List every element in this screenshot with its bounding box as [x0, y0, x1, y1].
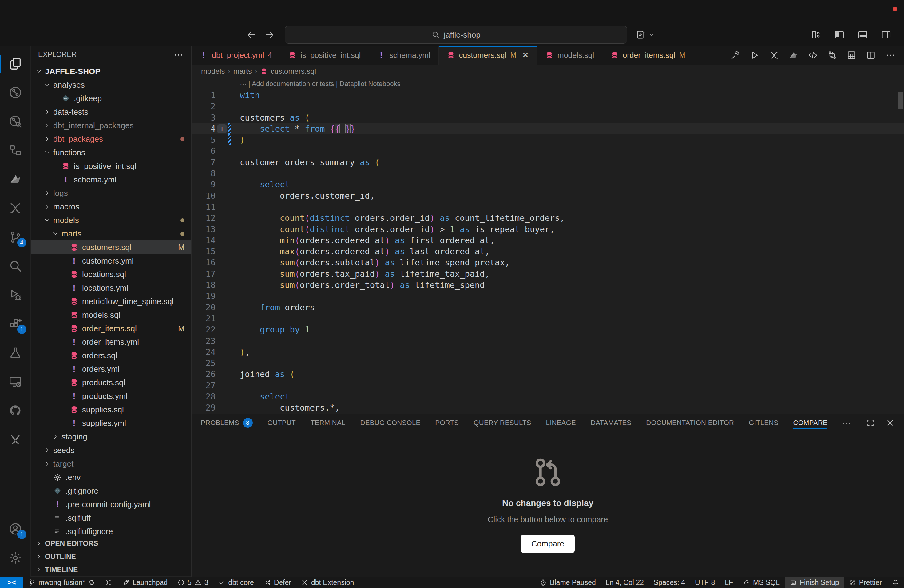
tree-item-metricflow-time-spine-sql[interactable]: metricflow_time_spine.sql	[31, 295, 191, 308]
activity-bar-item-dbt-power-user[interactable]	[0, 194, 31, 223]
split-editor-icon[interactable]	[866, 50, 876, 60]
code-line-3[interactable]: 3customers as (	[191, 112, 904, 123]
tree-item-functions[interactable]: functions	[31, 146, 191, 159]
status-branch[interactable]: mwong-fusion*	[24, 577, 100, 588]
panel-more-tabs-icon[interactable]: ⋯	[842, 418, 851, 428]
panel-tab-compare[interactable]: COMPARE	[793, 414, 827, 432]
panel-tab-output[interactable]: OUTPUT	[267, 414, 296, 432]
activity-bar-item-flowchart[interactable]	[0, 136, 31, 165]
code-line-13[interactable]: 13 count(distinct orders.order_id) > 1 a…	[191, 224, 904, 235]
add-comment-plus-button[interactable]: +	[217, 124, 227, 133]
code-line-8[interactable]: 8	[191, 168, 904, 179]
tree-item--sqlfluff[interactable]: .sqlfluff	[31, 511, 191, 525]
code-line-22[interactable]: 22 group by 1	[191, 324, 904, 335]
code-line-16[interactable]: 16 sum(orders.subtotal) as lifetime_spen…	[191, 257, 904, 268]
close-panel-icon[interactable]	[885, 418, 895, 427]
status-cursor-position[interactable]: Ln 4, Col 22	[601, 577, 649, 588]
tab-is-positive-int-sql[interactable]: is_positive_int.sql	[280, 46, 369, 65]
status-dbt-extension[interactable]: dbt Extension	[296, 577, 359, 588]
status-defer[interactable]: Defer	[259, 577, 296, 588]
tree-item-customers-yml[interactable]: !customers.yml	[31, 254, 191, 267]
git-compare-icon[interactable]	[827, 50, 837, 60]
panel-tab-terminal[interactable]: TERMINAL	[311, 414, 346, 432]
git-modified-gutter[interactable]	[228, 123, 231, 134]
code-line-20[interactable]: 20 from orders	[191, 302, 904, 313]
code-line-23[interactable]: 23	[191, 335, 904, 346]
tree-item-is-positive-int-sql[interactable]: is_positive_int.sql	[31, 159, 191, 173]
build-hammer-icon[interactable]	[730, 50, 740, 60]
sidebar-section-outline[interactable]: OUTLINE	[31, 550, 191, 563]
tree-item--pre-commit-config-yaml[interactable]: !.pre-commit-config.yaml	[31, 498, 191, 511]
tree-item-supplies-yml[interactable]: !supplies.yml	[31, 416, 191, 430]
code-line-2[interactable]: 2	[191, 101, 904, 112]
code-line-17[interactable]: 17 sum(orders.tax_paid) as lifetime_tax_…	[191, 269, 904, 280]
git-modified-gutter[interactable]	[228, 134, 231, 145]
code-line-1[interactable]: 1with	[191, 90, 904, 101]
code-line-6[interactable]: 6	[191, 145, 904, 156]
code-line-19[interactable]: 19	[191, 291, 904, 302]
tree-item-dbt-internal-packages[interactable]: dbt_internal_packages	[31, 119, 191, 132]
code-editor[interactable]: ⋯ | Add documentation or tests | Datapil…	[191, 78, 904, 414]
code-line-7[interactable]: 7customer_orders_summary as (	[191, 157, 904, 168]
status-eol[interactable]: LF	[720, 577, 738, 588]
status-encoding[interactable]: UTF-8	[690, 577, 720, 588]
code-line-27[interactable]: 27	[191, 380, 904, 391]
dbt-power-user-icon[interactable]	[769, 50, 779, 60]
status-problems[interactable]: 53	[172, 577, 213, 588]
toggle-secondary-sidebar-icon[interactable]	[880, 29, 892, 40]
status-notifications[interactable]	[887, 577, 904, 588]
status-language-mode[interactable]: MS SQL	[738, 577, 785, 588]
tree-item-seeds[interactable]: seeds	[31, 443, 191, 457]
code-line-9[interactable]: 9 select	[191, 179, 904, 190]
tree-item-data-tests[interactable]: data-tests	[31, 105, 191, 119]
forward-arrow-icon[interactable]	[264, 30, 275, 40]
maximize-panel-icon[interactable]	[866, 418, 875, 427]
dbt-logo-icon[interactable]	[789, 50, 798, 60]
activity-bar-item-lineage[interactable]	[0, 78, 31, 107]
breadcrumb-item-customers-sql[interactable]: customers.sql	[270, 67, 316, 76]
activity-bar-item-explorer[interactable]	[0, 49, 31, 78]
activity-bar-item-accounts[interactable]: 1	[0, 514, 31, 544]
command-center-search[interactable]: jaffle-shop	[285, 26, 627, 44]
code-line-28[interactable]: 28 select	[191, 391, 904, 402]
status-commit-graph[interactable]	[100, 577, 117, 588]
activity-bar-item-extensions[interactable]: 1	[0, 309, 31, 338]
activity-bar-item-query-explorer[interactable]	[0, 107, 31, 136]
status-finish-setup[interactable]: Finish Setup	[785, 577, 844, 588]
panel-tab-documentation-editor[interactable]: DOCUMENTATION EDITOR	[646, 414, 734, 432]
tree-item-marts[interactable]: marts	[31, 227, 191, 240]
tree-item-analyses[interactable]: analyses	[31, 78, 191, 92]
tree-item-locations-yml[interactable]: !locations.yml	[31, 281, 191, 295]
tree-item-logs[interactable]: logs	[31, 187, 191, 200]
tab-schema-yml[interactable]: !schema.yml	[369, 46, 438, 65]
panel-tab-ports[interactable]: PORTS	[435, 414, 459, 432]
tree-item-supplies-sql[interactable]: supplies.sql	[31, 403, 191, 416]
tree-item-schema-yml[interactable]: !schema.yml	[31, 173, 191, 187]
breadcrumb-item-marts[interactable]: marts	[233, 67, 252, 76]
close-tab-icon[interactable]: ✕	[522, 51, 529, 60]
code-line-25[interactable]: 25	[191, 358, 904, 369]
customize-layout-icon[interactable]	[811, 29, 822, 40]
code-line-15[interactable]: 15 max(orders.ordered_at) as last_ordere…	[191, 246, 904, 257]
tab-order-items-sql[interactable]: order_items.sqlM	[602, 46, 693, 65]
status-launchpad[interactable]: Launchpad	[117, 577, 172, 588]
tree-item--gitignore[interactable]: .gitignore	[31, 484, 191, 498]
more-actions-icon[interactable]	[885, 50, 895, 60]
status-dbt-core[interactable]: dbt core	[213, 577, 259, 588]
status-remote[interactable]: ><	[0, 577, 24, 588]
code-line-5[interactable]: 5)	[191, 134, 904, 145]
tree-item--gitkeep[interactable]: .gitkeep	[31, 92, 191, 105]
code-line-4[interactable]: 4+ select * from {{ }}	[191, 123, 904, 134]
activity-bar-item-run-debug[interactable]	[0, 280, 31, 309]
panel-tab-debug-console[interactable]: DEBUG CONSOLE	[360, 414, 420, 432]
tree-item-order-items-yml[interactable]: !order_items.yml	[31, 335, 191, 349]
breadcrumb-item-models[interactable]: models	[201, 67, 225, 76]
tree-item--sqlfluffignore[interactable]: .sqlfluffignore	[31, 525, 191, 537]
code-line-29[interactable]: 29 customers.*,	[191, 402, 904, 413]
tree-item-locations-sql[interactable]: locations.sql	[31, 267, 191, 281]
run-play-icon[interactable]	[750, 50, 760, 60]
toggle-panel-icon[interactable]	[857, 29, 868, 40]
editor-scrollbar[interactable]	[898, 92, 903, 109]
code-line-12[interactable]: 12 count(distinct orders.order_id) as co…	[191, 212, 904, 224]
panel-tab-datamates[interactable]: DATAMATES	[591, 414, 631, 432]
